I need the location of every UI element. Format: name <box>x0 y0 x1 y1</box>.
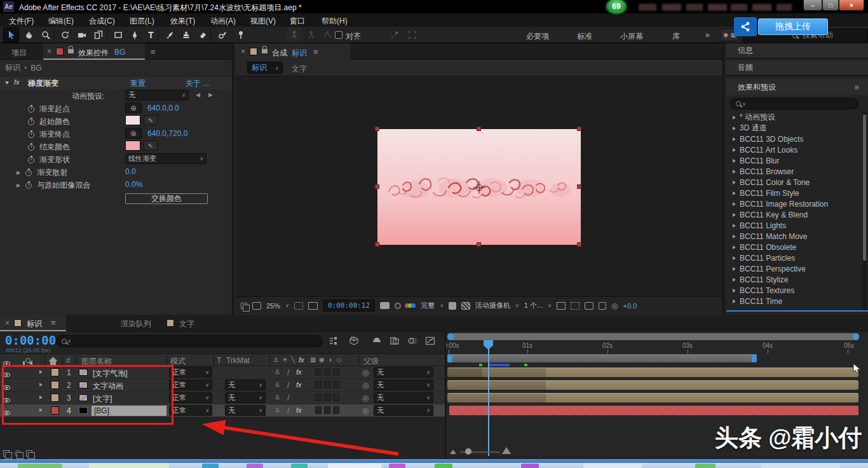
expand-triangle-icon[interactable] <box>733 278 736 282</box>
expand-triangle-icon[interactable] <box>733 116 736 120</box>
expand-triangle-icon[interactable] <box>39 383 43 387</box>
expand-triangle-icon[interactable] <box>733 224 736 228</box>
menu-help[interactable]: 帮助(H) <box>322 16 348 27</box>
layer-bar[interactable] <box>447 368 858 377</box>
graph-editor-icon[interactable] <box>422 333 438 348</box>
resolution-dropdown[interactable]: 完整∨ <box>421 301 444 310</box>
swap-colors-button[interactable]: 交换颜色 <box>125 193 208 204</box>
expand-triangle-icon[interactable]: ▶ <box>17 182 20 188</box>
switch-quality-icon[interactable]: ╲ <box>291 356 295 363</box>
taskbar-icon[interactable] <box>761 464 840 468</box>
selection-handle[interactable] <box>577 242 581 247</box>
effects-list-item[interactable]: BCC11 Lights <box>726 220 860 231</box>
expand-layer-switches-icon[interactable] <box>3 450 10 457</box>
layer-row[interactable]: 2 文字动画 正常∨ 无∨ ♙ / fx ◎ 无∨ <box>0 379 445 392</box>
switch-collapse-icon[interactable]: ☀ <box>282 356 288 363</box>
panel-menu-icon[interactable]: ≡ <box>51 318 56 327</box>
pan-behind-tool-icon[interactable] <box>90 27 106 43</box>
shy-layers-icon[interactable] <box>369 333 384 348</box>
menu-composition[interactable]: 合成(C) <box>89 16 115 27</box>
effects-search-input[interactable]: ∨ <box>730 98 858 109</box>
effects-list-item[interactable]: BCC11 Art Looks <box>726 144 860 155</box>
taskbar-icon[interactable] <box>18 464 62 468</box>
expand-triangle-icon[interactable] <box>733 245 736 249</box>
layer-name-editing[interactable]: [BG] <box>92 406 166 416</box>
view-layout-dropdown[interactable]: 1 个...∨ <box>524 301 552 310</box>
switch-fx-icon[interactable]: fx <box>299 356 304 364</box>
col-mode[interactable]: 模式 <box>170 356 186 367</box>
point-picker-button[interactable]: ⊕ <box>125 128 142 139</box>
scatter-value[interactable]: 0.0 <box>125 167 136 176</box>
lock-icon[interactable] <box>262 49 268 53</box>
blend-value[interactable]: 0.0% <box>125 180 142 189</box>
puppet-pin-tool-icon[interactable] <box>233 27 248 43</box>
selection-handle[interactable] <box>477 127 481 131</box>
expand-triangle-icon[interactable] <box>733 148 736 152</box>
timeline-button-icon[interactable] <box>585 302 593 310</box>
taskbar-icon[interactable] <box>202 464 219 468</box>
col-number[interactable]: # <box>66 356 71 365</box>
effects-list-item[interactable]: BCC11 Key & Blend <box>726 209 860 220</box>
blend-mode-dropdown[interactable]: 正常∨ <box>169 392 212 403</box>
menu-animation[interactable]: 动画(A) <box>210 16 236 27</box>
taskbar-icon[interactable] <box>247 464 263 468</box>
prev-preset-icon[interactable]: ◀ <box>196 92 200 98</box>
layer-color-swatch[interactable] <box>51 406 59 415</box>
stopwatch-icon[interactable] <box>25 182 32 189</box>
switch-shy[interactable]: ♙ <box>275 394 280 401</box>
effects-list-item[interactable]: 3D 通道 <box>726 123 860 134</box>
eye-icon[interactable] <box>3 373 10 377</box>
reset-link[interactable]: 重置 <box>130 78 146 89</box>
stopwatch-icon[interactable] <box>28 119 34 125</box>
col-trkmat[interactable]: TrkMat <box>226 356 250 365</box>
region-of-interest-icon[interactable] <box>308 302 318 310</box>
next-preset-icon[interactable]: ▶ <box>208 92 213 98</box>
workspace-more-icon[interactable]: » <box>705 31 710 39</box>
taskbar-icon[interactable] <box>695 464 715 468</box>
effects-list-item[interactable]: BCC11 Film Style <box>726 188 860 198</box>
panel-menu-icon[interactable]: ≡ <box>151 47 156 57</box>
col-layer-name[interactable]: 图层名称 <box>81 356 112 367</box>
menu-layer[interactable]: 图层(L) <box>130 16 154 27</box>
menu-view[interactable]: 视图(V) <box>250 16 276 27</box>
expand-triangle-icon[interactable] <box>733 256 736 260</box>
effects-list-item[interactable]: BCC11 Perspective <box>726 263 860 274</box>
eraser-tool-icon[interactable] <box>194 27 210 43</box>
preset-dropdown[interactable]: 无∨ <box>125 90 189 100</box>
pick-whip-icon[interactable]: ◎ <box>362 406 369 415</box>
parent-dropdown[interactable]: 无∨ <box>374 367 433 378</box>
pick-whip-icon[interactable]: ◎ <box>362 394 369 403</box>
effects-list-item[interactable]: BCC11 Obsolete <box>726 242 860 252</box>
switch-shy[interactable]: ♙ <box>275 406 280 413</box>
effects-list-item[interactable]: BCC11 3D Objects <box>726 134 860 144</box>
selection-handle[interactable] <box>577 127 581 131</box>
drag-upload-widget[interactable]: 拖拽上传 <box>734 17 828 36</box>
layer-color-swatch[interactable] <box>51 381 59 389</box>
panel-info[interactable]: 信息 <box>726 43 868 59</box>
layer-color-swatch[interactable] <box>51 394 59 402</box>
taskbar-icon[interactable] <box>521 464 539 468</box>
expand-triangle-icon[interactable] <box>733 267 736 271</box>
effects-list-item[interactable]: BCC11 Stylize <box>726 274 860 285</box>
expand-transfer-controls-icon[interactable] <box>15 450 21 457</box>
parent-dropdown[interactable]: 无∨ <box>374 380 433 390</box>
end-color-swatch[interactable] <box>125 141 140 151</box>
layer-name[interactable]: 文字动画 <box>93 381 123 392</box>
layer-bar[interactable] <box>447 380 858 390</box>
timeline-search-input[interactable]: ∨ <box>56 335 323 347</box>
panel-audio[interactable]: 音频 <box>726 60 868 76</box>
selection-handle[interactable] <box>375 184 379 189</box>
tab-project[interactable]: 项目 <box>11 48 27 59</box>
show-channels-icon[interactable] <box>406 303 416 308</box>
effect-name[interactable]: 梯度渐变 <box>28 78 58 89</box>
flowchart-icon[interactable] <box>599 302 606 310</box>
eyedropper-icon[interactable]: ✎ <box>144 115 158 125</box>
blend-mode-dropdown[interactable]: 正常∨ <box>169 405 212 416</box>
expand-triangle-icon[interactable] <box>39 408 43 412</box>
switch-3d-icon[interactable]: ◇ <box>337 356 342 363</box>
camera-tool-icon[interactable] <box>74 27 90 43</box>
composition-mini-flowchart-icon[interactable] <box>325 333 341 348</box>
expand-triangle-icon[interactable] <box>733 137 736 141</box>
restore-button[interactable]: □ <box>822 0 839 11</box>
breadcrumb-next[interactable]: 文字 <box>292 64 307 74</box>
